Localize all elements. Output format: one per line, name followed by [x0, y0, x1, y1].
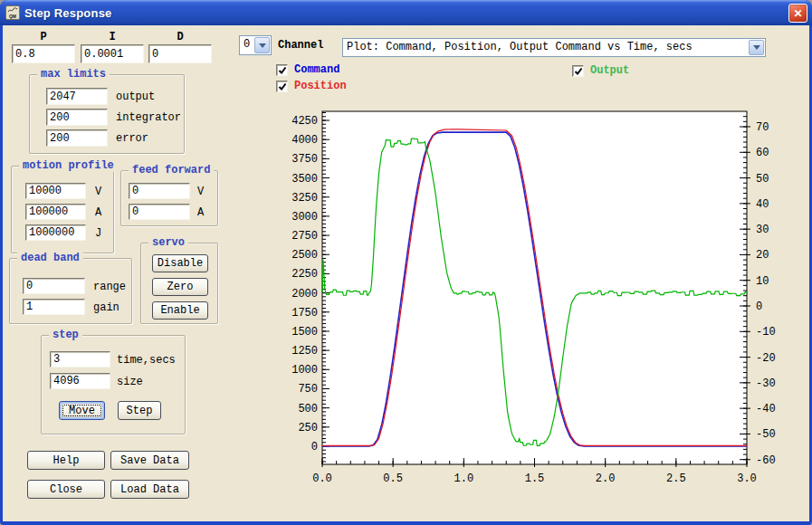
svg-text:0.5: 0.5	[383, 472, 403, 485]
ff-accel-input[interactable]	[129, 204, 190, 220]
accel-label: A	[95, 206, 101, 219]
titlebar[interactable]: QM Step Response ✕	[0, 0, 812, 25]
zero-button[interactable]: Zero	[152, 278, 208, 296]
position-checkbox-label: Position	[294, 80, 347, 92]
svg-text:50: 50	[756, 173, 769, 186]
deadband-gain-label: gain	[93, 301, 119, 314]
svg-text:-40: -40	[756, 403, 776, 415]
d-input[interactable]	[148, 44, 212, 63]
step-title: step	[49, 329, 82, 341]
move-button[interactable]: Move	[59, 401, 105, 420]
svg-text:1500: 1500	[291, 326, 318, 339]
max-error-label: error	[116, 132, 148, 145]
position-checkbox[interactable]: Position	[276, 81, 347, 92]
help-button[interactable]: Help	[27, 451, 105, 470]
svg-text:2500: 2500	[291, 249, 318, 262]
p-label: P	[12, 31, 75, 43]
svg-text:-30: -30	[756, 377, 776, 390]
feed-forward-title: feed forward	[129, 164, 214, 177]
step-time-label: time,secs	[117, 354, 176, 367]
step-time-input[interactable]	[50, 351, 110, 368]
svg-text:2.5: 2.5	[666, 472, 686, 485]
jerk-label: J	[95, 227, 101, 240]
motion-profile-title: motion profile	[19, 159, 118, 172]
servo-group: servo Disable Zero Enable	[140, 243, 218, 324]
svg-text:3500: 3500	[291, 173, 318, 186]
chevron-down-icon[interactable]	[254, 37, 270, 53]
enable-button[interactable]: Enable	[152, 301, 208, 320]
svg-text:70: 70	[756, 121, 769, 134]
step-group: step time,secs size Move Step	[41, 335, 186, 434]
max-integrator-input[interactable]	[46, 109, 108, 126]
svg-text:750: 750	[298, 383, 318, 396]
svg-text:3750: 3750	[291, 153, 318, 166]
dead-band-group: dead band range gain	[9, 258, 132, 324]
feed-forward-group: feed forward V A	[120, 170, 218, 226]
jerk-input[interactable]	[25, 224, 86, 241]
channel-select[interactable]: 0	[239, 35, 272, 55]
max-integrator-label: integrator	[116, 111, 181, 124]
i-label: I	[81, 31, 144, 43]
svg-text:2750: 2750	[291, 230, 318, 243]
check-icon	[572, 65, 584, 77]
output-checkbox-label: Output	[590, 64, 629, 77]
max-error-input[interactable]	[46, 129, 108, 147]
step-size-input[interactable]	[50, 373, 110, 389]
svg-text:-10: -10	[756, 326, 776, 339]
deadband-range-input[interactable]	[23, 278, 85, 294]
svg-text:10: 10	[756, 275, 769, 288]
app-icon: QM	[5, 5, 20, 20]
series-position-line	[322, 129, 747, 446]
svg-text:0: 0	[756, 301, 762, 313]
svg-text:3000: 3000	[291, 211, 318, 224]
window-title: Step Response	[24, 6, 112, 20]
svg-text:-20: -20	[756, 352, 776, 365]
svg-text:20: 20	[756, 249, 769, 262]
svg-text:-60: -60	[756, 454, 776, 467]
i-input[interactable]	[81, 44, 144, 63]
max-output-label: output	[116, 91, 155, 103]
svg-text:4000: 4000	[291, 134, 318, 147]
max-output-input[interactable]	[46, 88, 108, 105]
svg-text:1.0: 1.0	[454, 472, 474, 485]
max-limits-title: max limits	[37, 68, 110, 81]
svg-text:500: 500	[298, 403, 318, 415]
ff-velocity-label: V	[197, 186, 204, 198]
svg-text:2250: 2250	[291, 268, 318, 281]
step-size-label: size	[117, 376, 143, 388]
svg-text:0: 0	[311, 441, 318, 453]
close-button[interactable]: Close	[27, 480, 105, 499]
output-checkbox[interactable]: Output	[572, 65, 629, 77]
disable-button[interactable]: Disable	[152, 254, 208, 272]
check-icon	[276, 64, 288, 76]
ff-velocity-input[interactable]	[129, 183, 190, 199]
series-output-line	[322, 138, 747, 445]
deadband-gain-input[interactable]	[23, 299, 85, 315]
close-icon[interactable]: ✕	[788, 4, 807, 23]
svg-text:40: 40	[756, 198, 769, 211]
load-data-button[interactable]: Load Data	[110, 480, 189, 499]
dead-band-title: dead band	[17, 252, 83, 264]
velocity-input[interactable]	[25, 183, 86, 199]
channel-label: Channel	[278, 39, 323, 52]
svg-text:2.0: 2.0	[596, 472, 616, 485]
svg-text:-50: -50	[756, 428, 776, 441]
step-response-window: QM Step Response ✕ 0.00.51.01.52.02.53.0…	[0, 0, 812, 525]
plot-select[interactable]: Plot: Command, Position, Output Command …	[342, 38, 766, 57]
channel-value: 0	[240, 36, 253, 54]
p-input[interactable]	[12, 44, 75, 63]
command-checkbox[interactable]: Command	[276, 64, 339, 76]
servo-title: servo	[148, 236, 188, 249]
chevron-down-icon[interactable]	[749, 40, 764, 55]
svg-text:1750: 1750	[291, 307, 318, 320]
command-checkbox-label: Command	[294, 63, 339, 76]
step-button[interactable]: Step	[118, 401, 161, 420]
save-data-button[interactable]: Save Data	[110, 451, 189, 470]
dialog-content: 0.00.51.01.52.02.53.00250500750100012501…	[3, 25, 809, 521]
svg-text:1000: 1000	[291, 364, 318, 377]
accel-input[interactable]	[25, 204, 86, 220]
deadband-range-label: range	[93, 281, 126, 293]
d-label: D	[148, 31, 212, 43]
max-limits-group: max limits output integrator error	[29, 74, 185, 154]
svg-text:1.5: 1.5	[525, 472, 545, 485]
